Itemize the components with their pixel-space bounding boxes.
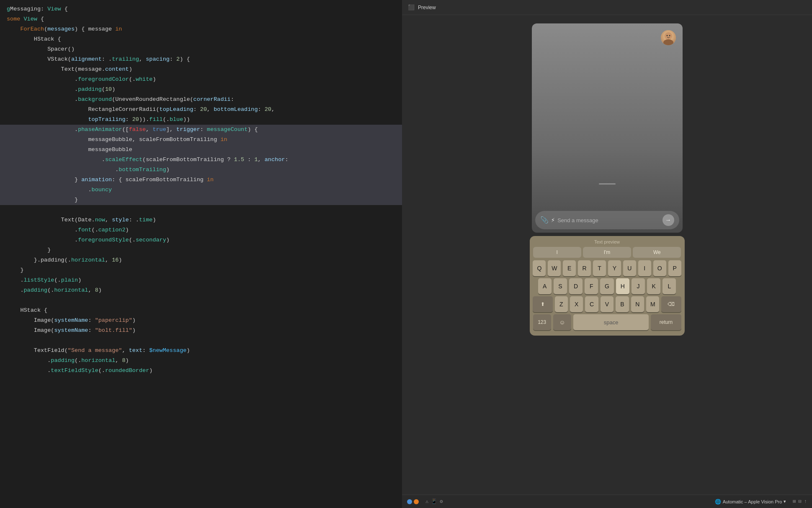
code-line-highlighted: .bottomTrailing) <box>0 165 402 175</box>
code-line <box>0 205 402 215</box>
key-b[interactable]: B <box>616 296 629 312</box>
key-return[interactable]: return <box>651 314 681 330</box>
key-i[interactable]: I <box>638 260 651 276</box>
paperclip-icon[interactable]: 📎 <box>540 216 549 224</box>
status-indicators <box>407 499 419 504</box>
messages-preview: 📎 ⚡ Send a message → <box>532 23 683 233</box>
key-shift[interactable]: ⬆ <box>533 296 552 312</box>
code-line: Text(Date.now, style: .time) <box>0 215 402 225</box>
expand-icon[interactable]: ⊞ <box>793 498 796 505</box>
code-line: VStack(alignment: .trailing, spacing: 2)… <box>0 54 402 64</box>
messages-input-area[interactable]: 📎 ⚡ Send a message → <box>535 211 679 229</box>
key-d[interactable]: D <box>569 278 583 294</box>
key-space[interactable]: space <box>573 314 649 330</box>
code-line-highlighted: .bouncy <box>0 185 402 195</box>
preview-label: Preview <box>418 5 436 10</box>
key-emoji[interactable]: ☺ <box>553 314 571 330</box>
code-line: .listStyle(.plain) <box>0 275 402 285</box>
code-line-highlighted: .phaseAnimator([false, true], trigger: m… <box>0 125 402 135</box>
code-line: HStack { <box>0 34 402 44</box>
preview-icon: ⬛ <box>407 3 415 12</box>
key-t[interactable]: T <box>593 260 606 276</box>
code-line-highlighted: .scaleEffect(scaleFromBottomTrailing ? 1… <box>0 155 402 165</box>
code-line-highlighted: } <box>0 195 402 205</box>
device-selector[interactable]: 🌐 Automatic – Apple Vision Pro ▾ <box>715 499 786 505</box>
code-line: HStack { <box>0 305 402 316</box>
key-n[interactable]: N <box>631 296 644 312</box>
preview-panel: ⬛ Preview <box>402 0 812 508</box>
key-v[interactable]: V <box>601 296 614 312</box>
code-line: } <box>0 265 402 275</box>
suggestion-we[interactable]: We <box>633 247 681 258</box>
code-line: .padding(10) <box>0 85 402 95</box>
key-c[interactable]: C <box>585 296 598 312</box>
code-line: .foregroundStyle(.secondary) <box>0 235 402 245</box>
grid-icon[interactable]: ⊟ <box>799 498 802 505</box>
suggestion-im[interactable]: I'm <box>583 247 631 258</box>
avatar <box>661 30 676 45</box>
key-r[interactable]: R <box>578 260 591 276</box>
status-dot-orange <box>414 499 419 504</box>
keyboard-suggestions: I I'm We <box>533 247 681 258</box>
send-icon: → <box>666 217 670 223</box>
code-line: topTrailing: 20)).fill(.blue)) <box>0 115 402 125</box>
keyboard-preview-label: Text preview <box>533 239 681 244</box>
key-m[interactable]: M <box>646 296 659 312</box>
key-y[interactable]: Y <box>608 260 621 276</box>
phone-icon: 📱 <box>431 498 437 505</box>
code-line: .padding(.horizontal, 8) <box>0 356 402 366</box>
code-line: .textFieldStyle(.roundedBorder) <box>0 366 402 376</box>
svg-point-3 <box>669 35 670 36</box>
code-line: some View { <box>0 14 402 24</box>
svg-point-2 <box>666 35 668 36</box>
code-line-highlighted: messageBubble, scaleFromBottomTrailing i… <box>0 135 402 145</box>
keyboard-row-1: Q W E R T Y U I O P <box>533 260 681 276</box>
bolt-icon[interactable]: ⚡ <box>551 216 555 224</box>
key-q[interactable]: Q <box>533 260 546 276</box>
key-w[interactable]: W <box>548 260 561 276</box>
key-s[interactable]: S <box>554 278 567 294</box>
key-delete[interactable]: ⌫ <box>661 296 681 312</box>
key-f[interactable]: F <box>585 278 598 294</box>
code-line: Image(systemName: "bolt.fill") <box>0 326 402 336</box>
suggestion-i[interactable]: I <box>533 247 581 258</box>
key-u[interactable]: U <box>623 260 636 276</box>
key-o[interactable]: O <box>653 260 666 276</box>
warning-icon: ⚠ <box>425 498 428 505</box>
key-z[interactable]: Z <box>555 296 568 312</box>
code-line: Spacer() <box>0 44 402 54</box>
status-dot-blue <box>407 499 412 504</box>
code-line: Image(systemName: "paperclip") <box>0 316 402 326</box>
key-g[interactable]: G <box>600 278 614 294</box>
key-x[interactable]: X <box>570 296 583 312</box>
code-line: Text(message.content) <box>0 64 402 74</box>
code-line: .foregroundColor(.white) <box>0 74 402 85</box>
settings-icon: ⚙ <box>440 498 443 505</box>
key-j[interactable]: J <box>632 278 645 294</box>
svg-point-1 <box>663 39 673 45</box>
status-bar: ⚠ 📱 ⚙ 🌐 Automatic – Apple Vision Pro ▾ ⊞… <box>402 495 812 508</box>
key-numbers[interactable]: 123 <box>533 314 551 330</box>
code-line: TextField("Send a message", text: $newMe… <box>0 346 402 356</box>
main-area: gMessaging: View { some View { ForEach(m… <box>0 0 812 508</box>
key-e[interactable]: E <box>563 260 576 276</box>
keyboard-row-2: A S D F G H J K L <box>533 278 681 294</box>
message-input-placeholder[interactable]: Send a message <box>557 217 662 223</box>
code-line-highlighted: } animation: { scaleFromBottomTrailing i… <box>0 175 402 185</box>
scroll-bar <box>599 183 616 185</box>
share-icon[interactable]: ↑ <box>804 499 807 505</box>
key-l[interactable]: L <box>662 278 676 294</box>
keyboard: Text preview I I'm We Q W E R T Y U <box>530 236 685 336</box>
key-h[interactable]: H <box>616 278 629 294</box>
send-button[interactable]: → <box>662 214 674 226</box>
code-line: .padding(.horizontal, 8) <box>0 285 402 295</box>
key-a[interactable]: A <box>538 278 552 294</box>
status-icons: ⚠ 📱 ⚙ <box>425 498 443 505</box>
key-p[interactable]: P <box>668 260 681 276</box>
keyboard-row-4: 123 ☺ space return <box>533 314 681 330</box>
key-k[interactable]: K <box>647 278 660 294</box>
avatar-image <box>661 30 676 45</box>
code-line: } <box>0 245 402 255</box>
code-line: .background(UnevenRoundedRectangle(corne… <box>0 95 402 105</box>
code-line: }.padding(.horizontal, 16) <box>0 255 402 265</box>
